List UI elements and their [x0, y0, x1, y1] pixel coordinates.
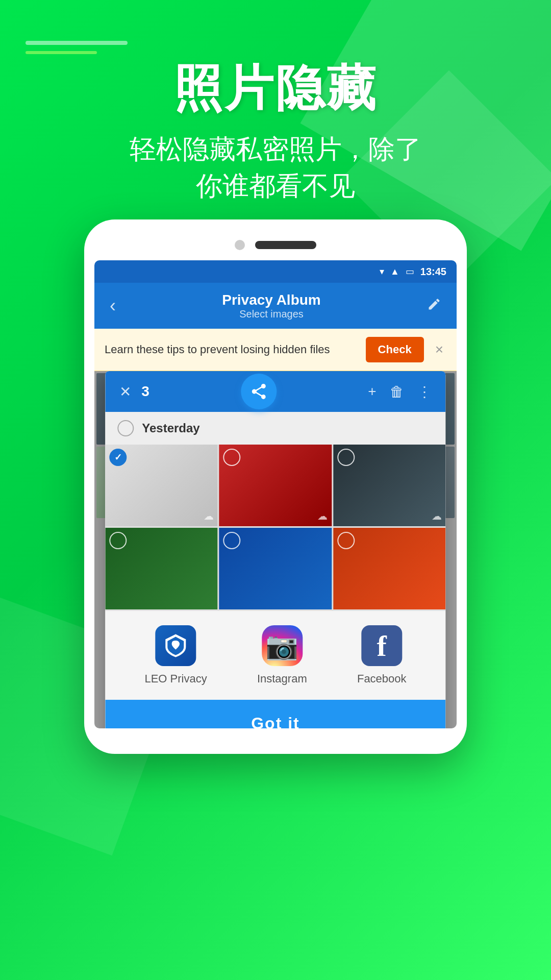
tip-close-button[interactable]: × — [432, 341, 446, 358]
app-screen: ▾ ▲ ▭ 13:45 ‹ Privacy Album Select image… — [94, 260, 457, 728]
toolbar-center: Privacy Album Select images — [222, 292, 320, 320]
dialog-photo-2[interactable]: ☁ — [219, 445, 332, 526]
share-dialog: ✕ 3 + 🗑 ⋮ — [105, 371, 445, 728]
share-app-instagram[interactable]: 📷 Instagram — [257, 625, 307, 685]
dialog-photo-1[interactable]: ☁ — [105, 445, 217, 526]
got-it-button[interactable]: Got it — [105, 700, 445, 728]
photo-1-checkbox[interactable] — [109, 449, 127, 466]
add-button[interactable]: + — [368, 383, 376, 400]
more-button[interactable]: ⋮ — [417, 383, 432, 400]
section-label: Yesterday — [105, 412, 445, 445]
instagram-icon: 📷 — [262, 625, 303, 666]
phone-speaker — [255, 241, 316, 249]
photos-background: ✕ 3 + 🗑 ⋮ — [94, 371, 457, 728]
facebook-icon: f — [361, 625, 402, 666]
share-apps-section: LEO Privacy 📷 Instagram f Facebook — [105, 611, 445, 700]
phone-frame: ▾ ▲ ▭ 13:45 ‹ Privacy Album Select image… — [84, 219, 467, 754]
app-toolbar: ‹ Privacy Album Select images — [94, 283, 457, 329]
instagram-label: Instagram — [257, 672, 307, 685]
tip-check-button[interactable]: Check — [366, 337, 424, 362]
photo-5-checkbox[interactable] — [223, 532, 241, 549]
tip-banner: Learn these tips to prevent losing hidde… — [94, 329, 457, 371]
signal-icon: ▲ — [390, 266, 399, 277]
share-app-leo[interactable]: LEO Privacy — [144, 625, 207, 685]
back-button[interactable]: ‹ — [110, 295, 116, 316]
phone-wrapper: ▾ ▲ ▭ 13:45 ‹ Privacy Album Select image… — [84, 219, 467, 754]
dialog-photo-5[interactable] — [219, 528, 332, 609]
edit-button[interactable] — [427, 297, 441, 315]
tip-text: Learn these tips to prevent losing hidde… — [105, 342, 358, 358]
leo-privacy-label: LEO Privacy — [144, 672, 207, 685]
share-app-facebook[interactable]: f Facebook — [357, 625, 407, 685]
action-bar-left: ✕ 3 — [119, 383, 149, 400]
phone-camera — [235, 240, 245, 250]
dialog-action-bar: ✕ 3 + 🗑 ⋮ — [105, 371, 445, 412]
photo-6-checkbox[interactable] — [337, 532, 355, 549]
selected-count: 3 — [141, 383, 149, 400]
photo-2-checkbox[interactable] — [223, 449, 241, 466]
toolbar-title: Privacy Album — [222, 292, 320, 308]
status-bar: ▾ ▲ ▭ 13:45 — [94, 260, 457, 283]
phone-top-bar — [94, 235, 457, 260]
section-label-text: Yesterday — [142, 421, 199, 435]
section-checkbox[interactable] — [117, 420, 134, 436]
cloud-icon-2: ☁ — [317, 510, 328, 522]
facebook-label: Facebook — [357, 672, 407, 685]
bg-line-2 — [26, 51, 97, 54]
bg-line-1 — [26, 41, 128, 45]
dialog-photo-3[interactable]: ☁ — [333, 445, 445, 526]
wifi-icon: ▾ — [380, 266, 384, 277]
dialog-close-button[interactable]: ✕ — [119, 383, 131, 400]
leo-privacy-icon — [156, 625, 196, 666]
cloud-icon-3: ☁ — [432, 510, 442, 522]
cloud-icon-1: ☁ — [204, 510, 214, 522]
header-section: 照片隐藏 轻松隐藏私密照片，除了你谁都看不见 — [0, 61, 551, 205]
photo-4-checkbox[interactable] — [109, 532, 127, 549]
main-title: 照片隐藏 — [0, 61, 551, 115]
photo-3-checkbox[interactable] — [337, 449, 355, 466]
toolbar-subtitle: Select images — [222, 308, 320, 320]
status-time: 13:45 — [420, 266, 446, 278]
dialog-photo-grid: ☁ ☁ ☁ — [105, 445, 445, 611]
action-bar-right: + 🗑 ⋮ — [368, 383, 431, 400]
dialog-photo-4[interactable] — [105, 528, 217, 609]
share-button[interactable] — [241, 374, 277, 409]
dialog-photo-6[interactable] — [333, 528, 445, 609]
delete-button[interactable]: 🗑 — [390, 383, 404, 400]
battery-icon: ▭ — [406, 266, 414, 277]
sub-title: 轻松隐藏私密照片，除了你谁都看不见 — [0, 131, 551, 205]
